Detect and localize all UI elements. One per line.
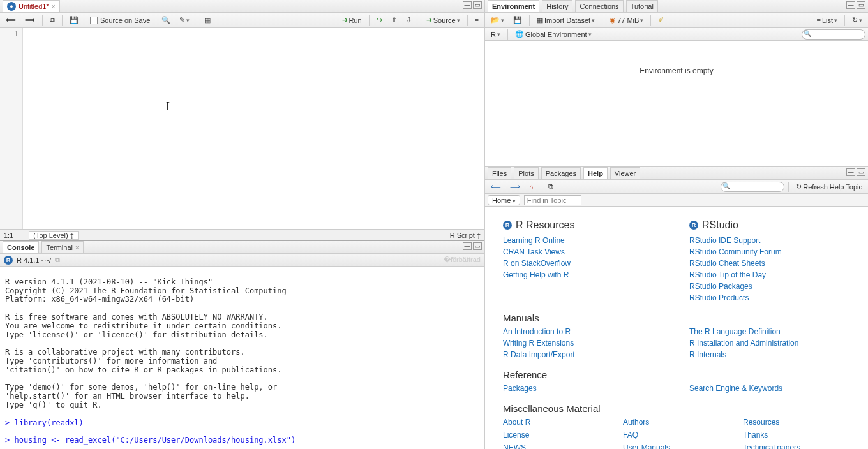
link-rstudio-products[interactable]: RStudio Products — [689, 292, 850, 304]
nav-forward-button[interactable]: ⟹ — [22, 14, 38, 26]
minimize-pane-icon[interactable]: — — [846, 1, 855, 9]
link-getting-help[interactable]: Getting Help with R — [503, 269, 664, 281]
clear-objects-button[interactable]: ✐ — [655, 14, 667, 26]
help-search-input[interactable] — [721, 182, 784, 192]
link-tip-of-day[interactable]: RStudio Tip of the Day — [689, 269, 850, 281]
link-cheat-sheets[interactable]: RStudio Cheat Sheets — [689, 258, 850, 269]
go-to-next-section-button[interactable]: ⇩ — [403, 14, 415, 26]
find-in-topic-input[interactable] — [524, 195, 581, 205]
tab-files[interactable]: Files — [488, 167, 511, 179]
link-news[interactable]: NEWS — [503, 442, 610, 449]
wand-icon: ✎ — [179, 16, 185, 24]
arrow-right-icon: ⟹ — [510, 182, 520, 191]
console-command: > housing <- read_excel("C:/Users/User/D… — [5, 436, 479, 445]
refresh-env-button[interactable]: ↻ — [849, 14, 865, 26]
tab-packages[interactable]: Packages — [541, 167, 581, 179]
file-type-selector[interactable]: R Script ‡ — [450, 232, 481, 239]
help-content[interactable]: RR Resources Learning R Online CRAN Task… — [485, 207, 868, 449]
save-workspace-button[interactable]: 💾 — [510, 14, 525, 26]
run-button[interactable]: ➔Run — [339, 14, 365, 26]
link-user-manuals[interactable]: User Manuals — [623, 442, 730, 449]
maximize-pane-icon[interactable]: ▭ — [473, 1, 482, 9]
help-back-button[interactable]: ⟸ — [488, 180, 504, 193]
link-packages[interactable]: Packages — [503, 383, 664, 394]
popout-icon: ⧉ — [548, 182, 553, 191]
import-dataset-button[interactable]: ▦ Import Dataset — [534, 14, 598, 26]
tab-help[interactable]: Help — [583, 167, 608, 179]
popout-icon[interactable]: ⧉ — [55, 256, 60, 264]
scope-selector[interactable]: (Top Level) ‡ — [29, 231, 79, 240]
go-to-prev-section-button[interactable]: ⇧ — [388, 14, 400, 26]
link-intro-to-r[interactable]: An Introduction to R — [503, 326, 664, 337]
link-cran-task-views[interactable]: CRAN Task Views — [503, 246, 664, 258]
link-writing-ext[interactable]: Writing R Extensions — [503, 337, 664, 349]
source-on-save-checkbox[interactable] — [90, 17, 98, 24]
minimize-pane-icon[interactable]: — — [463, 1, 472, 9]
maximize-pane-icon[interactable]: ▭ — [857, 1, 865, 9]
link-r-stackoverflow[interactable]: R on StackOverflow — [503, 258, 664, 269]
tab-terminal[interactable]: Terminal × — [41, 241, 83, 253]
clear-console-button[interactable]: �förbättrad — [444, 256, 481, 264]
view-mode-button[interactable]: ≡ List — [813, 15, 841, 26]
source-tab-untitled1[interactable]: ● Untitled1* × — [3, 0, 60, 12]
nav-back-button[interactable]: ⟸ — [3, 14, 19, 26]
link-search-engine[interactable]: Search Engine & Keywords — [689, 383, 850, 394]
tab-environment[interactable]: Environment — [488, 0, 539, 12]
help-tabbar: Files Plots Packages Help Viewer — ▭ — [485, 167, 868, 180]
tab-plots[interactable]: Plots — [514, 167, 538, 179]
link-thanks[interactable]: Thanks — [743, 429, 850, 441]
link-resources[interactable]: Resources — [743, 416, 850, 428]
show-in-new-window-button[interactable]: ⧉ — [47, 14, 58, 26]
link-authors[interactable]: Authors — [623, 416, 730, 428]
code-editor[interactable]: 1 I — [0, 28, 484, 229]
memory-usage-button[interactable]: ◉ 77 MiB — [606, 14, 647, 26]
link-faq[interactable]: FAQ — [623, 429, 730, 441]
link-install-admin[interactable]: R Installation and Administration — [689, 337, 850, 349]
save-button[interactable]: 💾 — [66, 14, 82, 26]
find-replace-button[interactable]: 🔍 — [158, 14, 174, 26]
close-icon[interactable]: × — [75, 244, 79, 251]
tab-connections[interactable]: Connections — [575, 0, 623, 12]
link-ide-support[interactable]: RStudio IDE Support — [689, 235, 850, 246]
link-data-import[interactable]: R Data Import/Export — [503, 349, 664, 360]
outline-button[interactable]: ≡ — [472, 15, 482, 26]
help-home-button[interactable]: ⌂ — [526, 181, 537, 193]
link-learning-r[interactable]: Learning R Online — [503, 235, 664, 246]
link-r-internals[interactable]: R Internals — [689, 349, 850, 360]
console-output[interactable]: R version 4.1.1 (2021-08-10) -- "Kick Th… — [0, 267, 484, 449]
link-rstudio-packages[interactable]: RStudio Packages — [689, 281, 850, 292]
maximize-pane-icon[interactable]: ▭ — [857, 168, 865, 176]
help-popout-button[interactable]: ⧉ — [545, 180, 557, 193]
minimize-pane-icon[interactable]: — — [846, 168, 855, 176]
tab-history[interactable]: History — [542, 0, 572, 12]
outline-icon: ≡ — [475, 17, 479, 24]
rerun-button[interactable]: ↪ — [373, 14, 385, 26]
load-workspace-button[interactable]: 📂 — [488, 14, 507, 26]
help-home-dropdown[interactable]: Home — [488, 195, 520, 205]
close-icon[interactable]: × — [52, 3, 56, 10]
compile-report-button[interactable]: ▦ — [201, 14, 214, 26]
globe-icon: 🌐 — [515, 30, 524, 38]
popout-icon: ⧉ — [50, 16, 55, 24]
link-license[interactable]: License — [503, 429, 610, 441]
tab-console[interactable]: Console — [3, 241, 39, 253]
help-forward-button[interactable]: ⟹ — [507, 180, 523, 193]
link-about-r[interactable]: About R — [503, 416, 610, 428]
open-icon: 📂 — [491, 16, 500, 24]
tab-viewer[interactable]: Viewer — [610, 167, 640, 179]
minimize-pane-icon[interactable]: — — [463, 242, 472, 250]
tab-tutorial[interactable]: Tutorial — [626, 0, 658, 12]
notebook-icon: ▦ — [204, 16, 211, 24]
environment-scope-button[interactable]: 🌐 Global Environment — [512, 28, 595, 40]
code-tools-button[interactable]: ✎ — [176, 14, 193, 26]
source-dropdown-button[interactable]: ➔Source — [423, 14, 463, 26]
refresh-help-button[interactable]: ↻ Refresh Help Topic — [793, 180, 865, 193]
source-on-save-label: Source on Save — [100, 17, 150, 24]
maximize-pane-icon[interactable]: ▭ — [473, 242, 482, 250]
language-scope-button[interactable]: R — [488, 29, 504, 40]
link-community-forum[interactable]: RStudio Community Forum — [689, 246, 850, 258]
list-icon: ≡ — [816, 17, 820, 24]
link-technical-papers[interactable]: Technical papers — [743, 442, 850, 449]
link-lang-def[interactable]: The R Language Definition — [689, 326, 850, 337]
env-search-input[interactable] — [802, 29, 865, 40]
